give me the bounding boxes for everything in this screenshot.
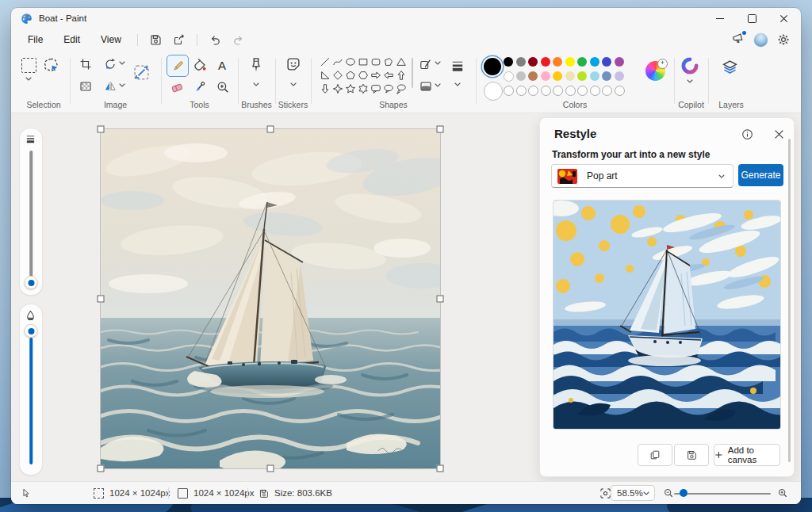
zoom-slider-thumb[interactable] — [680, 489, 688, 497]
palette-empty-slot[interactable] — [590, 86, 600, 96]
crop-tool[interactable] — [79, 58, 92, 71]
shape-heart[interactable] — [319, 95, 331, 97]
shape-curve[interactable] — [331, 55, 344, 68]
share-button[interactable] — [169, 30, 190, 49]
thickness-slider-track[interactable] — [29, 151, 33, 279]
shape-rectangle[interactable] — [357, 55, 370, 68]
palette-swatch[interactable] — [615, 71, 624, 81]
shape-rounded-rectangle[interactable] — [370, 55, 382, 68]
palette-empty-slot[interactable] — [504, 86, 514, 96]
brushes-button[interactable] — [248, 56, 264, 74]
fit-to-screen-button[interactable] — [599, 482, 611, 504]
palette-swatch[interactable] — [504, 71, 514, 82]
palette-swatch[interactable] — [528, 57, 538, 67]
restyle-info-button[interactable] — [738, 125, 756, 143]
close-button[interactable] — [768, 8, 799, 29]
copilot-button[interactable] — [681, 57, 699, 75]
thickness-slider-thumb[interactable] — [25, 276, 38, 289]
selection-handle[interactable] — [98, 126, 105, 133]
shape-speech-oval[interactable] — [382, 82, 395, 95]
rotate-options-chevron[interactable] — [119, 61, 125, 65]
shape-arrow-up[interactable] — [395, 68, 408, 82]
opacity-slider-track[interactable] — [29, 338, 33, 464]
palette-swatch[interactable] — [565, 71, 575, 81]
palette-empty-slot[interactable] — [615, 86, 625, 96]
shape-right-triangle[interactable] — [319, 68, 331, 82]
shape-outline-button[interactable] — [419, 58, 432, 71]
palette-swatch[interactable] — [516, 57, 526, 67]
selection-options-chevron[interactable] — [25, 77, 32, 81]
shape-line[interactable] — [319, 55, 331, 68]
palette-swatch[interactable] — [602, 57, 611, 67]
copilot-chevron[interactable] — [687, 79, 693, 83]
zoom-level-dropdown[interactable]: 58.5% — [611, 485, 655, 501]
palette-swatch[interactable] — [602, 71, 611, 81]
palette-swatch[interactable] — [577, 71, 587, 81]
shape-star-5[interactable] — [344, 82, 357, 95]
palette-swatch[interactable] — [590, 71, 599, 81]
shape-arrow-left[interactable] — [382, 68, 395, 82]
shape-ellipse[interactable] — [344, 55, 357, 68]
magnifier-tool[interactable] — [216, 80, 230, 94]
selection-handle[interactable] — [98, 465, 105, 472]
palette-swatch[interactable] — [528, 71, 538, 81]
line-weight-chevron[interactable] — [454, 82, 461, 86]
palette-empty-slot[interactable] — [553, 86, 563, 96]
undo-button[interactable] — [205, 30, 225, 49]
palette-empty-slot[interactable] — [516, 86, 527, 96]
shape-triangle[interactable] — [395, 55, 408, 68]
shape-thought-bubble[interactable] — [395, 82, 408, 95]
palette-empty-slot[interactable] — [577, 86, 588, 96]
shape-hexagon[interactable] — [357, 68, 370, 82]
shape-speech-rounded[interactable] — [370, 82, 382, 95]
zoom-slider-track[interactable] — [674, 493, 771, 495]
canvas[interactable] — [101, 129, 440, 468]
brushes-chevron[interactable] — [253, 82, 259, 86]
selection-handle[interactable] — [267, 126, 274, 133]
shape-star-6[interactable] — [357, 82, 370, 95]
shapes-scrollbar[interactable] — [412, 58, 413, 88]
add-to-canvas-button[interactable]: Add to canvas — [714, 444, 780, 466]
selection-handle[interactable] — [267, 465, 274, 472]
flip-tool[interactable] — [104, 80, 117, 93]
rotate-tool[interactable] — [104, 58, 117, 71]
palette-empty-slot[interactable] — [541, 86, 551, 96]
selection-handle[interactable] — [437, 296, 444, 303]
palette-swatch[interactable] — [541, 57, 550, 67]
palette-swatch[interactable] — [553, 57, 562, 67]
shape-polygon[interactable] — [382, 55, 395, 68]
restyle-scrollbar[interactable] — [788, 139, 791, 462]
palette-empty-slot[interactable] — [602, 86, 612, 96]
redo-button[interactable] — [228, 30, 249, 49]
style-dropdown[interactable]: Pop art — [551, 164, 733, 188]
shape-arrow-down[interactable] — [319, 82, 331, 95]
palette-empty-slot[interactable] — [565, 86, 576, 96]
menu-item-edit[interactable]: Edit — [53, 30, 90, 49]
layers-button[interactable] — [722, 59, 738, 75]
palette-swatch[interactable] — [577, 57, 587, 67]
copy-result-button[interactable] — [638, 444, 672, 466]
resize-image-tool[interactable] — [133, 64, 150, 81]
text-tool[interactable]: A — [216, 57, 228, 73]
generate-button[interactable]: Generate — [738, 164, 783, 186]
flip-options-chevron[interactable] — [119, 83, 125, 87]
palette-swatch[interactable] — [615, 57, 624, 67]
eraser-tool[interactable] — [170, 80, 184, 94]
menu-item-file[interactable]: File — [17, 30, 53, 49]
rectangle-select-tool[interactable] — [21, 58, 36, 73]
palette-swatch[interactable] — [504, 57, 513, 67]
palette-swatch[interactable] — [553, 71, 562, 81]
shape-outline-chevron[interactable] — [435, 61, 441, 65]
shape-star-4[interactable] — [331, 82, 344, 95]
account-avatar[interactable] — [754, 33, 768, 47]
zoom-in-button[interactable] — [777, 482, 788, 504]
selection-handle[interactable] — [437, 465, 444, 472]
maximize-button[interactable] — [736, 8, 768, 29]
color2-well[interactable] — [484, 82, 503, 101]
selection-handle[interactable] — [437, 126, 444, 133]
color1-well[interactable] — [484, 58, 501, 75]
stickers-chevron[interactable] — [290, 82, 297, 86]
palette-swatch[interactable] — [590, 57, 599, 67]
save-result-button[interactable] — [674, 444, 709, 466]
shape-arrow-right[interactable] — [370, 68, 382, 82]
